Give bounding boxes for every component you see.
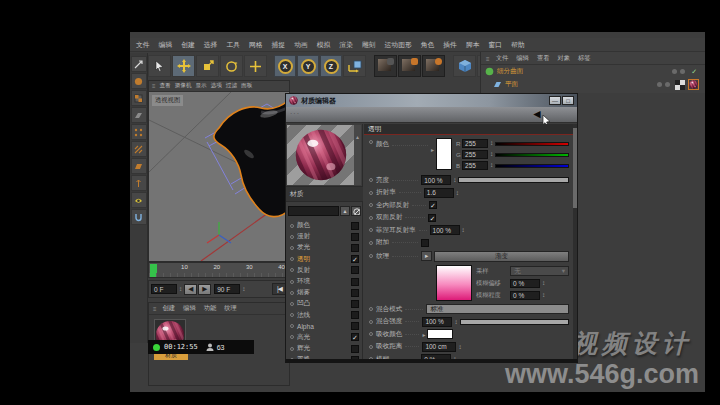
spinner-icon[interactable]: ↕	[453, 177, 456, 184]
model-mode-icon[interactable]	[131, 73, 147, 89]
vp-menu-cameras[interactable]: 摄像机	[175, 82, 192, 90]
enable-dot[interactable]	[680, 69, 685, 74]
gradient-preview-swatch[interactable]	[436, 265, 472, 301]
visibility-check-icon[interactable]: ✓	[691, 68, 697, 76]
render-settings-button[interactable]	[422, 55, 445, 77]
menu-character[interactable]: 角色	[421, 40, 435, 50]
mm-menu-edit[interactable]: 编辑	[183, 304, 196, 313]
uvw-tag-icon[interactable]	[675, 80, 685, 90]
points-mode-icon[interactable]	[131, 124, 147, 140]
absorption-color-swatch[interactable]	[427, 329, 453, 339]
brightness-slider[interactable]	[458, 177, 569, 183]
move-tool-icon[interactable]	[172, 55, 195, 77]
channel-diffusion[interactable]: 漫射	[286, 231, 363, 242]
om-menu-tags[interactable]: 标签	[578, 54, 591, 63]
om-menu-edit[interactable]: 编辑	[516, 54, 529, 63]
channel-displacement[interactable]: 置换	[286, 354, 363, 363]
transparency-color-swatch[interactable]	[436, 138, 452, 170]
channel-checkbox[interactable]	[351, 244, 359, 252]
vp-menu-panel[interactable]: 面板	[241, 82, 252, 90]
channel-checkbox[interactable]	[351, 345, 359, 353]
channel-checkbox[interactable]	[351, 311, 359, 319]
menu-window[interactable]: 窗口	[489, 40, 503, 50]
channel-luminance[interactable]: 发光	[286, 242, 363, 253]
channel-checkbox[interactable]	[351, 222, 359, 230]
spinner-icon[interactable]: ↕	[490, 162, 493, 169]
material-tag-icon[interactable]	[688, 79, 699, 90]
expand-triangle-icon[interactable]: ▸	[431, 146, 434, 171]
live-selection-tool-icon[interactable]	[148, 55, 171, 77]
viewport-solo-icon[interactable]	[131, 192, 147, 208]
double-sided-checkbox[interactable]: ✓	[428, 214, 436, 222]
object-row-subdivision[interactable]: 细分曲面 ✓	[481, 65, 705, 78]
channel-bump[interactable]: 凹凸	[286, 298, 363, 309]
green-gradient-slider[interactable]	[495, 153, 569, 157]
vp-menu-view[interactable]: 查看	[160, 82, 171, 90]
timeline-ruler[interactable]: 0 10 20 30 40	[148, 262, 290, 278]
menu-plugins[interactable]: 插件	[443, 40, 457, 50]
lock-y-axis-button[interactable]: Y	[297, 55, 319, 77]
blur-offset-field[interactable]: 0 %	[510, 279, 540, 288]
spinner-icon[interactable]: ↕	[490, 140, 493, 147]
spinner-icon[interactable]: ↕	[462, 227, 465, 234]
spinner-icon[interactable]: ↕	[179, 286, 182, 293]
channel-checkbox[interactable]	[351, 356, 359, 363]
menu-render[interactable]: 渲染	[339, 40, 353, 50]
vp-menu-options[interactable]: 选项	[211, 82, 222, 90]
brightness-field[interactable]: 100 %	[421, 175, 451, 185]
menu-snap[interactable]: 捕捉	[272, 40, 286, 50]
material-preview[interactable]	[287, 125, 355, 185]
menu-create[interactable]: 创建	[181, 40, 195, 50]
channel-alpha[interactable]: Alpha	[286, 321, 363, 332]
channel-reflection[interactable]: 反射	[286, 265, 363, 276]
enable-axis-icon[interactable]	[131, 175, 147, 191]
blue-gradient-slider[interactable]	[495, 164, 569, 168]
fresnel-field[interactable]: 100 %	[430, 225, 460, 235]
menu-mesh[interactable]: 网格	[249, 40, 263, 50]
tir-checkbox[interactable]: ✓	[429, 201, 437, 209]
minimize-button[interactable]: —	[549, 96, 561, 105]
menu-mograph[interactable]: 运动图形	[385, 40, 412, 50]
mm-menu-create[interactable]: 创建	[163, 304, 176, 313]
spinner-icon[interactable]: ↕	[490, 151, 493, 158]
channel-checkbox[interactable]	[351, 300, 359, 308]
polygons-mode-icon[interactable]	[131, 158, 147, 174]
texture-mode-icon[interactable]	[131, 90, 147, 106]
workplane-icon[interactable]	[131, 107, 147, 123]
om-menu-file[interactable]: 文件	[496, 54, 509, 63]
mm-menu-function[interactable]: 功能	[204, 304, 217, 313]
channel-checkbox[interactable]	[351, 233, 359, 241]
material-name-field[interactable]	[288, 206, 339, 216]
spinner-icon[interactable]: ↕	[242, 286, 245, 293]
menu-tools[interactable]: 工具	[226, 40, 240, 50]
make-editable-icon[interactable]	[131, 56, 147, 72]
mix-strength-slider[interactable]	[460, 319, 569, 325]
refraction-field[interactable]: 1.6	[424, 188, 454, 198]
spinner-icon[interactable]: ↕	[542, 292, 545, 299]
om-menu-view[interactable]: 查看	[537, 54, 550, 63]
preview-lock-icon[interactable]	[351, 206, 361, 216]
channel-color[interactable]: 颜色	[286, 220, 363, 231]
blur-scale-field[interactable]: 0 %	[510, 291, 540, 300]
channel-checkbox[interactable]: ✓	[351, 255, 359, 263]
channel-transparency[interactable]: 透明✓	[286, 254, 363, 265]
coordinate-system-icon[interactable]	[343, 55, 366, 77]
menu-simulate[interactable]: 模拟	[317, 40, 331, 50]
vp-menu-filter[interactable]: 过滤	[226, 82, 237, 90]
scroll-up-icon[interactable]: ▲	[355, 134, 360, 140]
channel-fog[interactable]: 烟雾	[286, 287, 363, 298]
lock-x-axis-button[interactable]: X	[274, 55, 296, 77]
enable-dot[interactable]	[657, 82, 662, 87]
snap-icon[interactable]	[131, 209, 147, 225]
channel-checkbox[interactable]	[351, 266, 359, 274]
mix-mode-dropdown[interactable]: 标准	[426, 304, 569, 314]
scale-tool-icon[interactable]	[196, 55, 219, 77]
enable-dot[interactable]	[672, 69, 677, 74]
lock-z-axis-button[interactable]: Z	[320, 55, 342, 77]
preview-scrollbar[interactable]: ▲	[354, 125, 361, 185]
prev-frame-button[interactable]: ◀	[184, 284, 197, 295]
render-picture-viewer-button[interactable]	[398, 55, 421, 77]
rotate-tool-icon[interactable]	[220, 55, 243, 77]
spinner-icon[interactable]: ↕	[458, 344, 461, 351]
viewport[interactable]: ≡ 查看 摄像机 显示 选项 过滤 面板 透视视图	[148, 80, 290, 262]
